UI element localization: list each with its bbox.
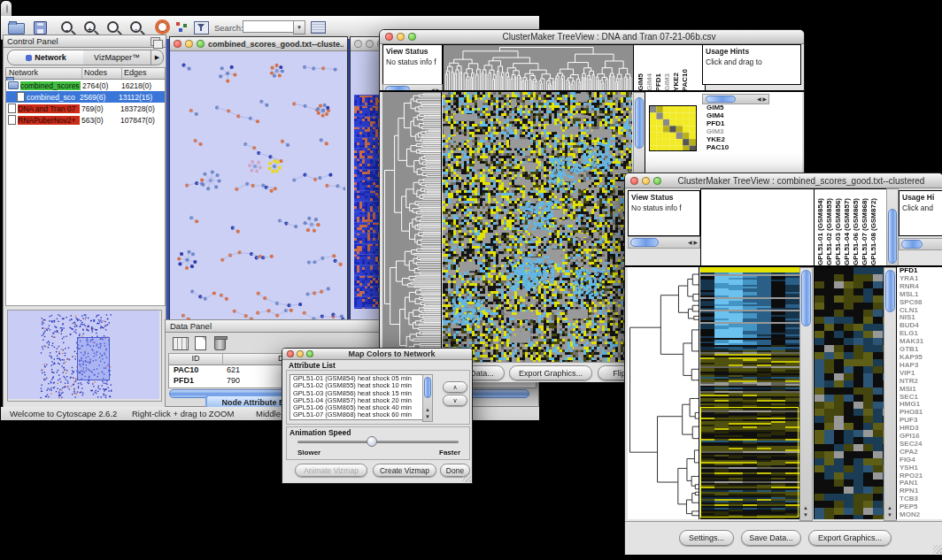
close-button[interactable] xyxy=(287,350,294,357)
tv1-gene-list[interactable]: GIM5GIM4PFD1GIM3YKE2PAC10 xyxy=(704,104,757,154)
network-row[interactable]: DNA and Tran 07 769(0) 183728(0) xyxy=(6,103,165,114)
open-session-icon[interactable] xyxy=(8,23,25,35)
network-row-selected[interactable]: combined_sco 2569(6) 13112(15) xyxy=(6,91,165,103)
minimize-button[interactable] xyxy=(397,33,405,41)
tv2-zoom-heatmap-canvas[interactable] xyxy=(814,267,884,519)
scroll-arrows-icon[interactable]: ▲▼ xyxy=(425,406,430,420)
control-panel-tabs: Network VizMapper™ ▶ xyxy=(4,48,166,65)
attribute-list-scrollbar[interactable]: ▲▼ xyxy=(422,374,433,422)
column-label: GPL51-06 (GSM865) xyxy=(852,198,861,265)
tv2-usage-scrollbar[interactable] xyxy=(899,238,942,250)
birdseye-panel[interactable] xyxy=(7,310,162,402)
tab-network[interactable]: Network xyxy=(7,50,85,65)
treeview2-title: ClusterMaker TreeView : combined_scores_… xyxy=(665,176,938,186)
tv1-zoom-matrix-canvas[interactable] xyxy=(649,105,697,151)
delete-attribute-icon[interactable] xyxy=(214,338,226,350)
network-row[interactable]: combined_scores 2764(0) 16218(0) xyxy=(6,80,165,91)
close-button[interactable] xyxy=(630,177,638,185)
move-down-button[interactable]: ∨ xyxy=(443,395,467,406)
dense-grid-network-canvas[interactable] xyxy=(354,95,381,309)
filter-icon[interactable] xyxy=(194,21,209,35)
save-data-label: Save Data... xyxy=(749,533,793,542)
animate-vizmap-button[interactable]: Animate Vizmap xyxy=(295,464,367,477)
tv2-view-status-panel: View Status No status info f xyxy=(628,190,700,236)
scroll-arrows-icon[interactable]: ▲▼ xyxy=(887,504,892,518)
close-button[interactable] xyxy=(174,40,181,48)
column-label: GPL51-08 (GSM872) xyxy=(869,198,878,265)
float-panel-icon[interactable] xyxy=(151,37,160,46)
speed-slider-track[interactable] xyxy=(297,441,459,443)
close-button[interactable] xyxy=(385,33,393,41)
speed-slider-thumb[interactable] xyxy=(367,436,377,447)
network-row[interactable]: RNAPuberNov2+ 563(0) 107847(0) xyxy=(6,114,165,126)
search-input[interactable] xyxy=(243,20,294,33)
main-titlebar[interactable]: Cytoscape Desktop (Session Name: collins… xyxy=(1,1,12,17)
zoom-button[interactable] xyxy=(408,33,416,41)
tv2-vertical-scrollbar[interactable]: ▲▼ xyxy=(799,267,813,521)
column-label: GPL51-01 (GSM854) xyxy=(816,198,825,265)
save-data-button[interactable]: Save Data... xyxy=(741,530,801,546)
help-lifering-icon[interactable] xyxy=(155,19,170,35)
gene-label[interactable]: PAC10 xyxy=(704,144,757,152)
tv2-gene-dendrogram-canvas[interactable] xyxy=(628,267,699,519)
select-attributes-icon[interactable] xyxy=(173,337,189,350)
tv2-heatmap-canvas[interactable] xyxy=(700,267,799,519)
zoom-button[interactable] xyxy=(653,177,661,185)
resize-grip[interactable] xyxy=(933,545,942,554)
tv2-status-scrollbar[interactable]: ◀ ▶ xyxy=(628,236,700,249)
minimize-button[interactable] xyxy=(12,4,13,13)
minimize-button[interactable] xyxy=(366,40,374,48)
minimize-button[interactable] xyxy=(185,40,193,48)
tv2-button-bar: Settings... Save Data... Export Graphics… xyxy=(625,521,942,555)
scroll-arrows-icon[interactable]: ◀ ▶ xyxy=(757,96,767,103)
zoom-selected-icon[interactable]: ▫ xyxy=(130,21,142,33)
export-graphics-button[interactable]: Export Graphics... xyxy=(808,530,892,546)
tv2-column-labels[interactable]: GPL51-01 (GSM854)GPL51-02 (GSM855)GPL51-… xyxy=(814,188,888,266)
search-dropdown-button[interactable]: ▼ xyxy=(293,20,305,35)
create-attribute-icon[interactable] xyxy=(195,336,206,350)
scroll-arrows-icon[interactable]: ▲▼ xyxy=(803,504,808,518)
network-overview-icon[interactable] xyxy=(176,22,189,33)
zoom-fit-icon[interactable] xyxy=(107,21,119,33)
treeview2-titlebar[interactable]: ClusterMaker TreeView : combined_scores_… xyxy=(625,173,942,188)
zoom-button[interactable] xyxy=(306,350,313,357)
tv1-usage-scrollbar[interactable]: ◀ ▶ xyxy=(702,94,769,104)
close-button[interactable] xyxy=(6,4,8,13)
network-table-header[interactable]: Network Nodes Edges xyxy=(6,68,165,80)
zoom-button[interactable] xyxy=(197,40,205,48)
minimize-button[interactable] xyxy=(642,177,650,185)
tv2-zoom-scrollbar[interactable]: ▲▼ xyxy=(884,267,897,521)
zoom-out-icon[interactable]: - xyxy=(61,21,73,33)
zoom-in-icon[interactable]: + xyxy=(84,21,96,33)
tv2-gene-list[interactable]: PFD1YRA1RNR4MSL1SPC98CLN1NIS1BUD4ELG1MAK… xyxy=(896,267,942,519)
network-view-titlebar[interactable]: combined_scores_good.txt--cluste... xyxy=(170,37,347,51)
network-graph-canvas[interactable] xyxy=(170,51,345,325)
column-label: GPL51-02 (GSM855) xyxy=(825,198,834,265)
network-tab-icon xyxy=(26,55,32,61)
gene-label[interactable]: MON2 xyxy=(897,511,942,519)
column-label: GIM5 xyxy=(637,73,645,91)
create-vizmap-button[interactable]: Create Vizmap xyxy=(373,464,436,477)
tv2-labels-scrollbar[interactable] xyxy=(886,188,899,266)
export-graphics-button[interactable]: Export Graphics... xyxy=(509,365,592,380)
tv1-gene-dendrogram-canvas[interactable] xyxy=(382,92,442,362)
attribute-browser-icon[interactable] xyxy=(311,21,326,34)
save-session-icon[interactable] xyxy=(34,21,47,35)
birdseye-canvas[interactable] xyxy=(8,311,159,399)
treeview1-titlebar[interactable]: ClusterMaker TreeView : DNA and Tran 07-… xyxy=(380,30,804,44)
scroll-arrows-icon[interactable]: ◀ ▶ xyxy=(688,239,698,246)
close-button[interactable] xyxy=(354,40,362,48)
attribute-item[interactable]: GPL51-07 (GSM868) heat shock 60 min xyxy=(290,411,423,418)
resize-grip[interactable] xyxy=(462,473,471,482)
zoom-button[interactable] xyxy=(17,4,19,13)
move-up-button[interactable]: ∧ xyxy=(443,381,467,393)
tv1-top-dendrogram-canvas[interactable] xyxy=(443,44,634,92)
settings-button[interactable]: Settings... xyxy=(679,530,734,546)
minimize-button[interactable] xyxy=(297,350,304,357)
tab-vizmapper[interactable]: VizMapper™ xyxy=(83,50,151,65)
status-welcome: Welcome to Cytoscape 2.6.2 xyxy=(10,409,117,418)
tab-overflow-button[interactable]: ▶ xyxy=(151,50,164,65)
tv1-column-labels[interactable]: GIM5GIM4PFD1GIM3YKE2PAC10 xyxy=(633,44,706,92)
dialog-titlebar[interactable]: Map Colors to Network xyxy=(282,349,472,360)
tv1-heatmap-canvas[interactable] xyxy=(443,92,632,362)
